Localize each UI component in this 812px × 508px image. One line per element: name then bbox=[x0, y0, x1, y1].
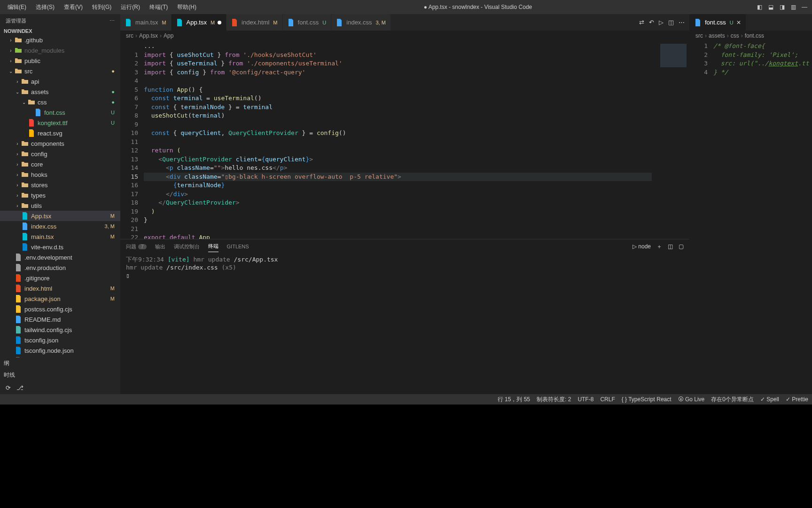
tree-item[interactable]: ⌄assets● bbox=[0, 87, 120, 97]
layout-grid-icon[interactable]: ▥ bbox=[789, 3, 797, 11]
maximize-panel-icon[interactable]: ▢ bbox=[679, 243, 684, 250]
status-item[interactable]: { } TypeScript React bbox=[622, 396, 671, 403]
env-icon bbox=[14, 264, 23, 271]
status-item[interactable]: 制表符长度: 2 bbox=[537, 396, 571, 404]
breadcrumb-main[interactable]: src›App.tsx›App bbox=[120, 31, 689, 41]
tree-item[interactable]: ›node_modules bbox=[0, 45, 120, 56]
status-item[interactable]: ✓ Spell bbox=[760, 396, 779, 403]
title-bar: 编辑(E)选择(S)查看(V)转到(G)运行(R)终端(T)帮助(H) ● Ap… bbox=[0, 0, 812, 14]
menu-item[interactable]: 帮助(H) bbox=[173, 1, 200, 13]
tree-item[interactable]: kongtext.ttfU bbox=[0, 118, 120, 128]
panel-tab[interactable]: GITLENS bbox=[227, 242, 249, 251]
layout-right-icon[interactable]: ◨ bbox=[778, 3, 786, 11]
code-area[interactable]: ...import { useShotCut } from './hooks/u… bbox=[144, 41, 689, 239]
status-item[interactable]: CRLF bbox=[600, 396, 615, 403]
panel-tab[interactable]: 调试控制台 bbox=[174, 241, 200, 252]
menu-item[interactable]: 运行(R) bbox=[117, 1, 144, 13]
menu-item[interactable]: 终端(T) bbox=[146, 1, 172, 13]
breadcrumb-side[interactable]: src›assets›css›font.css bbox=[690, 31, 812, 41]
minimize-icon[interactable]: — bbox=[801, 3, 808, 11]
new-terminal-icon[interactable]: ＋ bbox=[656, 243, 662, 251]
status-item[interactable]: UTF-8 bbox=[578, 396, 593, 403]
breadcrumb-seg[interactable]: font.css bbox=[745, 32, 764, 39]
editor-tab[interactable]: index.htmlM bbox=[226, 14, 282, 31]
minimap[interactable] bbox=[652, 41, 689, 239]
tree-item[interactable]: .gitignore bbox=[0, 273, 120, 283]
editor-tab[interactable]: main.tsxM bbox=[120, 14, 172, 31]
branch-icon[interactable]: ⎇ bbox=[16, 384, 23, 391]
tree-item[interactable]: main.tsxM bbox=[0, 231, 120, 242]
tree-item[interactable]: ⌄css● bbox=[0, 97, 120, 107]
breadcrumb-seg[interactable]: src bbox=[126, 32, 133, 39]
menu-item[interactable]: 转到(G) bbox=[88, 1, 115, 13]
breadcrumb-seg[interactable]: App.tsx bbox=[139, 32, 158, 39]
status-item[interactable]: 行 15，列 55 bbox=[498, 396, 530, 404]
tree-item[interactable]: react.svg bbox=[0, 128, 120, 138]
tree-item[interactable]: index.css3, M bbox=[0, 221, 120, 231]
tree-item[interactable]: ›core bbox=[0, 159, 120, 169]
tree-item[interactable]: ›.github bbox=[0, 35, 120, 45]
terminal-shell[interactable]: ▷ node bbox=[632, 243, 651, 250]
tree-item[interactable]: font.cssU bbox=[0, 107, 120, 118]
editor-tab[interactable]: index.css3, M bbox=[331, 14, 391, 31]
black-bar bbox=[0, 405, 812, 508]
menu-item[interactable]: 编辑(E) bbox=[4, 1, 30, 13]
outline-section[interactable]: 纲 bbox=[0, 357, 120, 369]
run-icon[interactable]: ▷ bbox=[659, 19, 664, 26]
terminal-output[interactable]: 下午9:32:34 [vite] hmr update /src/App.tsx… bbox=[120, 254, 689, 394]
tree-item[interactable]: postcss.config.cjs bbox=[0, 304, 120, 314]
panel-tab[interactable]: 终端 bbox=[208, 241, 219, 252]
status-item[interactable]: ⦿ Go Live bbox=[678, 396, 705, 403]
breadcrumb-seg[interactable]: App bbox=[164, 32, 173, 39]
tree-item[interactable]: ›components bbox=[0, 138, 120, 149]
sync-icon[interactable]: ⟳ bbox=[6, 384, 11, 391]
editor-body-side[interactable]: 1234 /* @font-face{ font-family: 'Pixel'… bbox=[690, 41, 812, 394]
tree-item[interactable]: ›api bbox=[0, 76, 120, 87]
tree-item[interactable]: ›config bbox=[0, 149, 120, 159]
compare-icon[interactable]: ⇄ bbox=[639, 19, 644, 26]
breadcrumb-seg[interactable]: css bbox=[731, 32, 739, 39]
status-item[interactable]: 存在0个异常断点 bbox=[711, 396, 754, 404]
tree-item[interactable]: vite-env.d.ts bbox=[0, 242, 120, 252]
split-terminal-icon[interactable]: ◫ bbox=[668, 243, 673, 250]
tree-item[interactable]: ›utils bbox=[0, 200, 120, 211]
panel-tab[interactable]: 输出 bbox=[155, 241, 165, 252]
breadcrumb-seg[interactable]: assets bbox=[709, 32, 725, 39]
editor-body-main[interactable]: 12345678910111213141516171819202122 ...i… bbox=[120, 41, 689, 239]
close-icon[interactable]: ✕ bbox=[736, 19, 741, 26]
layout-bottom-icon[interactable]: ⬓ bbox=[767, 3, 774, 11]
tree-item[interactable]: tailwind.config.cjs bbox=[0, 325, 120, 335]
ts-icon bbox=[14, 347, 23, 354]
split-icon[interactable]: ◫ bbox=[668, 19, 674, 26]
status-item[interactable]: ✓ Prettie bbox=[786, 396, 808, 403]
tree-item[interactable]: ›public bbox=[0, 56, 120, 66]
revert-icon[interactable]: ↶ bbox=[649, 19, 654, 26]
git-icon bbox=[14, 274, 23, 282]
tree-item[interactable]: README.md bbox=[0, 314, 120, 325]
tree-item[interactable]: ›hooks bbox=[0, 169, 120, 180]
tree-item[interactable]: App.tsxM bbox=[0, 211, 120, 221]
editor-tab[interactable]: App.tsxM bbox=[172, 14, 227, 31]
tree-item[interactable]: ⌄src● bbox=[0, 66, 120, 76]
editor-tab[interactable]: font.cssU✕ bbox=[690, 14, 746, 31]
layout-left-icon[interactable]: ◧ bbox=[756, 3, 763, 11]
tree-item[interactable]: tsconfig.node.json bbox=[0, 345, 120, 356]
editor-tab[interactable]: font.cssU bbox=[283, 14, 332, 31]
explorer-more-icon[interactable]: ⋯ bbox=[109, 18, 115, 24]
tree-item[interactable]: .env.production bbox=[0, 262, 120, 273]
panel-tab[interactable]: 问题7 bbox=[126, 241, 147, 252]
tree-item[interactable]: .env.development bbox=[0, 252, 120, 262]
code-area-side[interactable]: /* @font-face{ font-family: 'Pixel'; src… bbox=[713, 41, 812, 394]
tree-item[interactable]: index.htmlM bbox=[0, 283, 120, 294]
tree-item[interactable]: tsconfig.json bbox=[0, 335, 120, 345]
tree-item[interactable]: ›types bbox=[0, 190, 120, 200]
tree-item[interactable]: ›stores bbox=[0, 180, 120, 190]
tree-item[interactable]: package.jsonM bbox=[0, 294, 120, 304]
explorer-root[interactable]: NOWINDEX bbox=[0, 27, 120, 35]
menu-item[interactable]: 选择(S) bbox=[32, 1, 58, 13]
more-icon[interactable]: ⋯ bbox=[679, 19, 685, 26]
breadcrumb-seg[interactable]: src bbox=[695, 32, 703, 39]
timeline-section[interactable]: 时线 bbox=[0, 369, 120, 381]
folder-icon bbox=[21, 78, 29, 85]
menu-item[interactable]: 查看(V) bbox=[60, 1, 86, 13]
